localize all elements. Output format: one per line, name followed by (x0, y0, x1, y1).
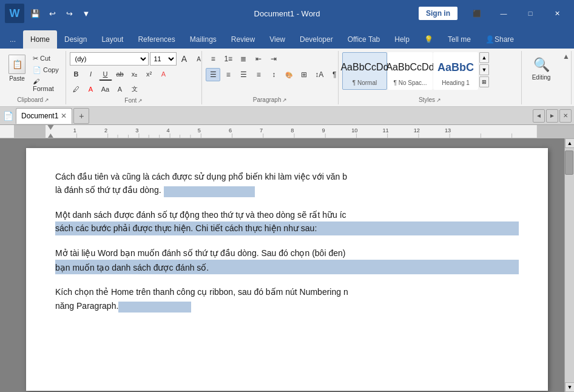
increase-indent[interactable]: ⇥ (266, 52, 281, 66)
format-painter-button[interactable]: 🖌 Format (30, 76, 62, 93)
clipboard-content: 📋 Paste ✂ Cut 📄 Copy 🖌 Format (5, 52, 62, 95)
tab-help[interactable]: Help (387, 30, 417, 49)
title-bar-right: Sign in ⬛ — □ ✕ (419, 4, 569, 22)
text-effects-button[interactable]: A (157, 67, 171, 81)
tab-file[interactable]: ... (2, 30, 23, 49)
styles-scroll-down[interactable]: ▼ (479, 64, 489, 75)
multilevel-list[interactable]: ≣ (236, 52, 251, 66)
font-expand[interactable]: ↗ (138, 98, 143, 104)
qat-dropdown[interactable]: ▼ (79, 6, 93, 21)
clipboard-group: 📋 Paste ✂ Cut 📄 Copy 🖌 Format Clipboard … (2, 51, 66, 104)
scroll-up-button[interactable]: ▲ (565, 138, 574, 148)
phonetic-guide[interactable]: 文 (128, 83, 141, 96)
para-1-text: Cách đầu tiên và cũng là cách được sử dụ… (55, 170, 519, 183)
tab-layout[interactable]: Layout (94, 30, 130, 49)
align-right[interactable]: ☰ (236, 68, 251, 81)
qat-save[interactable]: 💾 (28, 6, 42, 21)
ribbon-collapse-button[interactable]: ▲ (561, 51, 572, 62)
borders[interactable]: ⊞ (297, 68, 311, 81)
close-button[interactable]: ✕ (545, 4, 569, 22)
align-left[interactable]: ☰ (206, 68, 220, 81)
font-family-select[interactable]: (dy) (70, 52, 149, 66)
superscript-button[interactable]: x² (143, 67, 156, 81)
styles-scroll: ▲ ▼ ⊞ (479, 52, 489, 87)
ribbon-display-options[interactable]: ⬛ (465, 4, 489, 22)
tab-view[interactable]: View (262, 30, 292, 49)
svg-text:13: 13 (445, 127, 451, 133)
minimize-button[interactable]: — (491, 4, 516, 22)
styles-scroll-up[interactable]: ▲ (479, 52, 489, 63)
tab-scroll-left[interactable]: ◄ (533, 109, 545, 123)
underline-button[interactable]: U (99, 67, 112, 81)
para-expand[interactable]: ↗ (282, 97, 287, 103)
decrease-indent[interactable]: ⇤ (251, 52, 266, 66)
justify[interactable]: ≡ (251, 68, 266, 81)
sign-in-button[interactable]: Sign in (419, 7, 458, 20)
style-heading1[interactable]: AaBbC Heading 1 (433, 52, 478, 90)
clear-format-button[interactable]: A (113, 83, 127, 96)
styles-expand[interactable]: ↗ (436, 97, 441, 103)
tab-scroll-right[interactable]: ► (546, 109, 558, 123)
new-tab-button[interactable]: + (73, 108, 89, 124)
doc-tab-scroll: ◄ ► ✕ (533, 109, 574, 123)
subscript-button[interactable]: x₂ (128, 67, 141, 81)
tab-home[interactable]: Home (23, 30, 57, 49)
paragraph-group: ≡ 1≡ ≣ ⇤ ⇥ ☰ ≡ ☰ ≡ ↕ 🎨 ⊞ ↕A ¶ Paragraph … (203, 51, 339, 104)
copy-button[interactable]: 📄 Copy (30, 65, 62, 75)
clipboard-label: Clipboard ↗ (5, 95, 62, 104)
shading[interactable]: 🎨 (282, 68, 296, 81)
svg-text:12: 12 (414, 127, 420, 133)
tab-share[interactable]: 👤 Share (478, 30, 521, 49)
word-doc-icon: 📄 (2, 110, 13, 121)
editing-button[interactable]: 🔍 Editing (525, 52, 557, 85)
svg-text:8: 8 (291, 127, 294, 133)
cut-button[interactable]: ✂ Cut (30, 53, 62, 64)
svg-text:11: 11 (382, 127, 388, 133)
strikethrough-button[interactable]: ab (113, 67, 127, 81)
tab-references[interactable]: References (130, 30, 182, 49)
tab-officetab[interactable]: Office Tab (340, 30, 388, 49)
scroll-down-button[interactable]: ▼ (565, 382, 574, 392)
numbering-button[interactable]: 1≡ (221, 52, 235, 66)
ruler-corner[interactable] (0, 125, 15, 138)
tab-design[interactable]: Design (57, 30, 94, 49)
align-center[interactable]: ≡ (221, 68, 235, 81)
qat-undo[interactable]: ↩ (45, 6, 59, 21)
style-h1-label: Heading 1 (442, 79, 470, 86)
maximize-button[interactable]: □ (518, 4, 542, 22)
svg-text:5: 5 (198, 127, 201, 133)
document-page[interactable]: Cách đầu tiên và cũng là cách được sử dụ… (26, 148, 548, 391)
tab-close-doc[interactable]: ✕ (559, 109, 572, 123)
text-highlight-button[interactable]: 🖊 (70, 83, 83, 96)
clipboard-expand[interactable]: ↗ (44, 97, 49, 103)
styles-content: AaBbCcDd ¶ Normal AaBbCcDd ¶ No Spac... … (342, 52, 518, 95)
scroll-track[interactable] (565, 148, 574, 382)
font-size-select[interactable]: 11 (150, 52, 177, 66)
paste-button[interactable]: 📋 Paste (5, 52, 29, 84)
ruler-svg: 1 2 3 4 5 6 7 8 9 10 11 12 13 (15, 125, 574, 138)
svg-rect-1 (537, 125, 574, 138)
scroll-thumb[interactable] (565, 150, 573, 175)
bullets-button[interactable]: ≡ (206, 52, 220, 66)
italic-button[interactable]: I (84, 67, 98, 81)
line-spacing[interactable]: ↕ (266, 68, 281, 81)
tab-developer[interactable]: Developer (292, 30, 340, 49)
tab-tellme[interactable]: Tell me (441, 30, 478, 49)
change-case-button[interactable]: Aa (99, 83, 112, 96)
increase-font-size[interactable]: A (178, 52, 191, 66)
font-row-3: 🖊 A Aa A 文 (70, 83, 141, 96)
tab-mailings[interactable]: Mailings (183, 30, 224, 49)
style-h1-preview: AaBbC (437, 56, 474, 78)
tab-review[interactable]: Review (224, 30, 262, 49)
svg-text:2: 2 (104, 127, 107, 133)
font-row-2: B I U ab x₂ x² A (70, 67, 171, 81)
font-color-button[interactable]: A (84, 83, 98, 96)
bold-button[interactable]: B (70, 67, 83, 81)
style-no-spacing[interactable]: AaBbCcDd ¶ No Spac... (388, 52, 433, 90)
style-normal[interactable]: AaBbCcDd ¶ Normal (342, 52, 387, 90)
styles-more[interactable]: ⊞ (479, 76, 489, 87)
sort[interactable]: ↕A (312, 68, 326, 81)
doc-tab-document1[interactable]: Document1 ✕ (16, 108, 72, 124)
qat-redo[interactable]: ↪ (62, 6, 76, 21)
tab-ideas-icon[interactable]: 💡 (417, 30, 441, 49)
